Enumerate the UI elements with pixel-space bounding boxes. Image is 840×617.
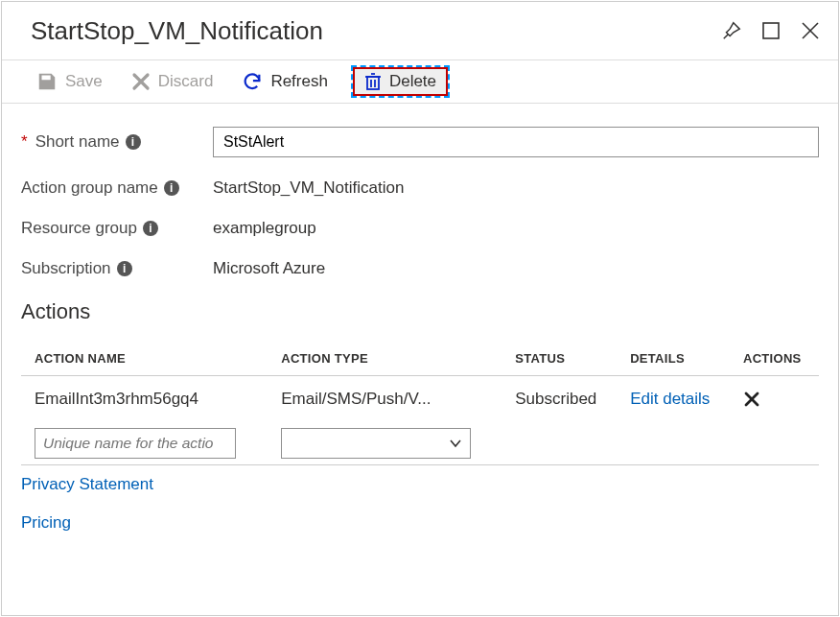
refresh-button[interactable]: Refresh <box>236 67 334 96</box>
resource-group-value: examplegroup <box>213 219 819 238</box>
resource-group-label: Resource group i <box>21 219 213 238</box>
col-status: STATUS <box>502 342 617 376</box>
action-name-cell: EmailInt3m3rhm56gq4 <box>21 376 268 423</box>
privacy-statement-link[interactable]: Privacy Statement <box>21 475 819 494</box>
resource-group-field: Resource group i examplegroup <box>21 219 819 238</box>
trash-icon <box>364 72 382 91</box>
info-icon[interactable]: i <box>143 221 158 236</box>
col-action-type: ACTION TYPE <box>268 342 502 376</box>
action-group-name-label: Action group name i <box>21 178 213 198</box>
info-icon[interactable]: i <box>126 134 141 150</box>
required-indicator: * <box>21 132 28 152</box>
new-action-name-input[interactable] <box>35 428 236 459</box>
table-row: EmailInt3m3rhm56gq4 Email/SMS/Push/V... … <box>21 376 819 423</box>
save-button[interactable]: Save <box>31 67 108 96</box>
actions-heading: Actions <box>21 299 819 324</box>
col-details: DETAILS <box>617 342 730 376</box>
toolbar: Save Discard Refresh <box>2 59 838 104</box>
delete-button[interactable]: Delete <box>353 67 448 96</box>
remove-action-button[interactable] <box>730 376 819 423</box>
content: * Short name i Action group name i Start… <box>2 104 838 465</box>
footer-links: Privacy Statement Pricing <box>2 465 838 542</box>
new-action-row <box>21 422 819 465</box>
delete-button-highlighted: Delete <box>351 65 450 98</box>
chevron-down-icon <box>449 437 462 450</box>
info-icon[interactable]: i <box>164 180 179 196</box>
pricing-link[interactable]: Pricing <box>21 513 819 533</box>
action-type-cell: Email/SMS/Push/V... <box>268 376 502 423</box>
short-name-field: * Short name i <box>21 127 819 157</box>
subscription-value: Microsoft Azure <box>213 259 819 278</box>
page-title: StartStop_VM_Notification <box>31 16 721 46</box>
short-name-label: * Short name i <box>21 132 213 152</box>
save-icon <box>36 71 58 92</box>
action-group-name-field: Action group name i StartStop_VM_Notific… <box>21 178 819 198</box>
info-icon[interactable]: i <box>117 261 132 276</box>
discard-button[interactable]: Discard <box>126 68 220 95</box>
pin-icon[interactable] <box>721 20 742 41</box>
action-group-name-value: StartStop_VM_Notification <box>213 178 819 198</box>
short-name-input[interactable] <box>213 127 819 157</box>
svg-line-0 <box>724 35 729 39</box>
blade-header: StartStop_VM_Notification <box>2 2 838 59</box>
subscription-field: Subscription i Microsoft Azure <box>21 259 819 278</box>
refresh-icon <box>242 71 263 92</box>
new-action-type-select[interactable] <box>281 428 471 459</box>
col-actions: ACTIONS <box>730 342 819 376</box>
discard-icon <box>131 72 151 91</box>
header-controls <box>721 20 821 41</box>
maximize-icon[interactable] <box>761 21 781 40</box>
action-group-blade: StartStop_VM_Notification <box>1 1 839 616</box>
actions-table: ACTION NAME ACTION TYPE STATUS DETAILS A… <box>21 342 819 465</box>
close-icon[interactable] <box>800 20 821 41</box>
action-status-cell: Subscribed <box>502 376 617 423</box>
svg-rect-6 <box>367 77 379 89</box>
col-action-name: ACTION NAME <box>21 342 268 376</box>
subscription-label: Subscription i <box>21 259 213 278</box>
svg-rect-1 <box>763 23 779 38</box>
edit-details-link[interactable]: Edit details <box>630 390 710 408</box>
